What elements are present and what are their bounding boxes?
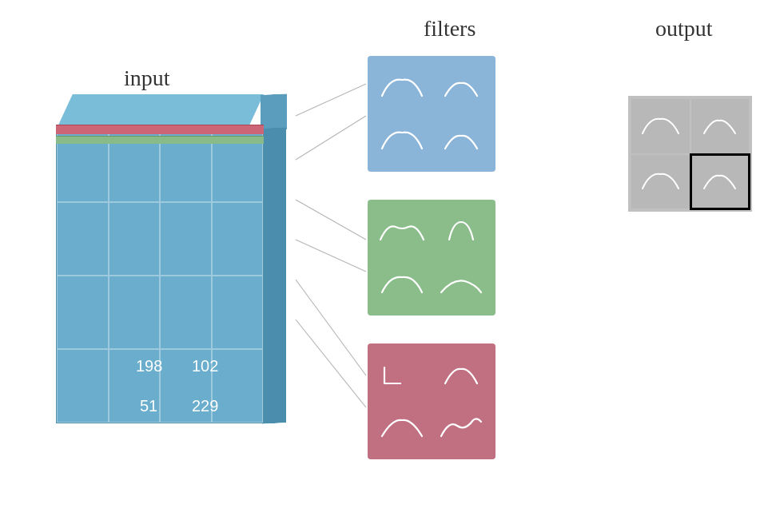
bell-curve-icon — [378, 73, 426, 101]
double-hump-icon — [378, 217, 426, 245]
filter-cell-green-1 — [374, 206, 430, 256]
output-cell-1 — [631, 99, 690, 153]
output-bell-icon-1 — [639, 114, 682, 138]
filter-cell-green-2 — [433, 206, 489, 256]
cube-value-102: 102 — [192, 357, 218, 375]
filter-panel-red — [368, 343, 495, 459]
svg-line-3 — [296, 240, 366, 272]
bell-red-2-icon — [378, 414, 426, 442]
svg-line-1 — [296, 116, 366, 160]
grid-cell — [57, 276, 109, 349]
filters-label: filters — [424, 16, 476, 42]
output-label: output — [655, 16, 713, 42]
filter-cell-green-4 — [433, 260, 489, 310]
filter-cell-red-1 — [374, 350, 430, 400]
bell-curve-green-icon — [378, 270, 426, 298]
output-cell-3 — [631, 155, 690, 209]
svg-line-5 — [296, 320, 366, 407]
filter-cell-green-3 — [374, 260, 430, 310]
filter-cell-blue-4 — [433, 116, 489, 166]
filter-panel-blue — [368, 56, 495, 172]
cube-value-198: 198 — [136, 357, 162, 375]
step-icon — [378, 361, 426, 389]
output-bell-icon-2 — [698, 114, 742, 138]
wave-icon — [437, 414, 485, 442]
filter-cell-red-2 — [433, 350, 489, 400]
grid-cell — [212, 349, 264, 423]
bell-curve-icon-2 — [378, 126, 426, 154]
cube-grid — [57, 129, 263, 423]
bell-small-icon-2 — [437, 126, 485, 154]
input-cube: 198 102 51 229 — [16, 80, 288, 463]
filter-cell-blue-1 — [374, 62, 430, 113]
filter-cell-blue-3 — [374, 116, 430, 166]
bell-narrow-icon — [437, 217, 485, 245]
svg-line-4 — [296, 280, 366, 375]
cube-green-layer — [56, 136, 264, 144]
cube-right-face — [262, 127, 286, 424]
grid-cell — [160, 276, 212, 349]
output-cell-2 — [691, 99, 750, 153]
output-bell-icon-4 — [698, 169, 742, 193]
grid-cell — [109, 276, 161, 349]
filter-cell-blue-2 — [433, 62, 489, 113]
output-bell-icon-3 — [639, 169, 682, 193]
bell-small-icon — [437, 73, 485, 101]
main-scene: input filters output — [0, 0, 776, 532]
curve-icon — [437, 270, 485, 298]
cube-right-top — [261, 93, 287, 131]
output-cell-4-highlighted — [691, 155, 750, 209]
cube-red-layer — [56, 125, 264, 134]
filter-cell-red-3 — [374, 403, 430, 454]
cube-front-face — [56, 128, 264, 423]
grid-cell — [57, 349, 109, 423]
svg-line-0 — [296, 84, 366, 116]
cube-value-229: 229 — [192, 397, 218, 415]
grid-cell — [212, 276, 264, 349]
grid-cell — [212, 202, 264, 276]
bell-red-icon — [437, 361, 485, 389]
grid-cell — [160, 202, 212, 276]
filter-panel-green — [368, 200, 495, 316]
grid-cell — [109, 202, 161, 276]
cube-value-51: 51 — [140, 397, 157, 415]
filter-cell-red-4 — [433, 403, 489, 454]
svg-line-2 — [296, 200, 366, 240]
grid-cell — [57, 202, 109, 276]
output-panel — [628, 96, 752, 212]
